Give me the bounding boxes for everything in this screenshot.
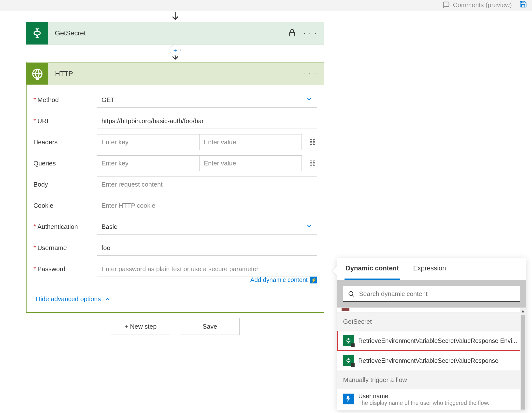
new-step-button[interactable]: + New step [111,318,170,335]
headers-label: Headers [33,138,58,146]
queries-value-input[interactable] [199,155,302,171]
headers-key-input[interactable] [97,134,199,150]
password-row: *Password [33,261,317,277]
headers-row: Headers [33,134,317,150]
chevron-down-icon [306,223,312,231]
lock-icon [288,28,297,38]
cookie-row: Cookie [33,198,317,213]
queries-mode-button[interactable] [308,159,317,168]
svg-rect-10 [313,143,315,145]
panel-pointer [332,266,337,276]
headers-mode-button[interactable] [308,138,317,147]
svg-point-15 [349,292,353,295]
tab-dynamic-content[interactable]: Dynamic content [345,258,400,280]
dataverse-icon [26,22,48,44]
flow-column: GetSecret · · · + HTTP [26,11,324,313]
method-row: *Method GET [33,92,317,108]
dynamic-item-username[interactable]: User name The display name of the user w… [337,389,526,410]
add-dynamic-content-link[interactable]: Add dynamic content ⚡ [33,276,317,283]
svg-rect-9 [310,143,312,145]
comments-label: Comments (preview) [453,1,512,9]
save-icon [519,0,527,8]
auth-row: *Authentication Basic [33,219,317,235]
group-getsecret-header: GetSecret [337,312,526,331]
dynamic-item-label: RetrieveEnvironmentVariableSecretValueRe… [358,337,520,344]
username-row: *Username [33,240,317,256]
cookie-label: Cookie [33,202,53,209]
http-menu-button[interactable]: · · · [303,70,317,77]
hide-advanced-link[interactable]: Hide advanced options [33,291,317,305]
queries-label: Queries [33,160,56,167]
dynamic-item-secret[interactable]: RetrieveEnvironmentVariableSecretValueRe… [337,351,526,371]
username-label: Username [37,244,67,252]
password-label: Password [37,265,65,273]
dynamic-scrollbar[interactable]: ▲ [520,308,526,410]
getsecret-header: GetSecret · · · [26,22,324,44]
group-manual-header: Manually trigger a flow [337,371,526,389]
dynamic-content-list: GetSecret RetrieveEnvironmentVariableSec… [337,308,526,410]
svg-rect-8 [313,140,315,142]
auth-select[interactable]: Basic [97,219,317,235]
scrollbar-thumb[interactable] [521,315,525,410]
dynamic-search-input[interactable] [359,286,515,301]
hide-advanced-label: Hide advanced options [36,295,101,303]
http-header[interactable]: HTTP · · · [27,62,324,85]
insert-step-button[interactable]: + [170,45,181,56]
svg-rect-12 [313,161,315,163]
flow-trigger-icon [343,394,354,404]
auth-label: Authentication [37,223,78,231]
search-icon [348,290,355,297]
http-card: HTTP · · · *Method GET *URI [26,62,324,313]
globe-icon [27,63,48,85]
body-row: Body [33,177,317,192]
action-buttons: + New step Save [26,318,324,335]
dynamic-tabs: Dynamic content Expression [337,258,526,280]
svg-rect-7 [310,140,312,142]
svg-rect-11 [310,161,312,163]
chevron-down-icon [306,96,312,104]
method-value: GET [101,96,115,104]
headers-value-input[interactable] [199,134,302,150]
queries-row: Queries [33,155,317,171]
method-label: Method [37,96,59,104]
uri-row: *URI [33,113,317,129]
method-select[interactable]: GET [97,92,317,108]
getsecret-card[interactable]: GetSecret · · · [26,22,324,45]
uri-label: URI [37,117,48,125]
uri-input[interactable] [97,113,317,129]
dynamic-search[interactable] [343,286,520,302]
scroll-up-icon[interactable]: ▲ [521,308,525,315]
save-button[interactable]: Save [180,318,240,335]
cookie-input[interactable] [97,198,317,213]
svg-line-16 [352,295,354,296]
getsecret-title: GetSecret [48,29,288,37]
connector-arrow [26,11,324,22]
dynamic-content-icon: ⚡ [310,277,317,283]
comments-button[interactable]: Comments (preview) [442,1,512,9]
getsecret-menu-button[interactable]: · · · [303,30,317,37]
dynamic-content-panel: Dynamic content Expression GetSecret Ret… [337,258,526,410]
comment-icon [442,1,450,9]
toolbar-save-button[interactable] [519,0,527,10]
insert-step-connector: + [26,45,324,62]
top-toolbar: Comments (preview) [442,0,527,10]
tab-expression[interactable]: Expression [412,258,447,280]
flow-canvas: GetSecret · · · + HTTP [0,11,532,413]
password-input[interactable] [97,261,317,277]
svg-rect-13 [310,164,312,166]
http-body: *Method GET *URI Headers [27,85,324,312]
dynamic-item-secret-envi[interactable]: RetrieveEnvironmentVariableSecretValueRe… [337,331,526,351]
previous-group-edge [337,308,526,312]
username-input[interactable] [97,240,317,256]
dynamic-item-desc: The display name of the user who trigger… [358,400,520,406]
svg-rect-14 [313,164,315,166]
svg-rect-1 [289,32,295,36]
body-input[interactable] [97,177,317,192]
dynamic-item-label: RetrieveEnvironmentVariableSecretValueRe… [358,357,520,364]
auth-value: Basic [101,223,117,231]
chevron-up-icon [104,296,110,302]
body-label: Body [33,181,48,188]
add-dynamic-label: Add dynamic content [250,276,308,283]
queries-key-input[interactable] [97,155,199,171]
dataverse-icon [343,355,354,366]
